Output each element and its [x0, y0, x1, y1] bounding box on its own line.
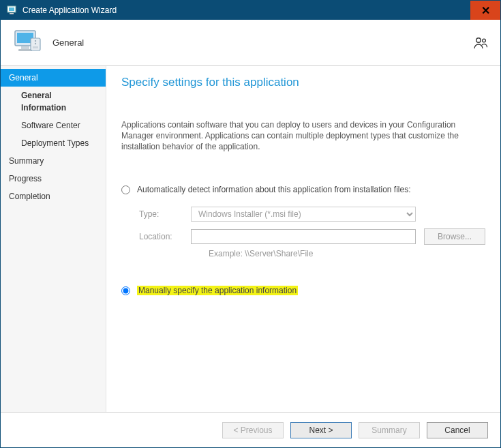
- cancel-button[interactable]: Cancel: [427, 422, 488, 438]
- radio-manual-label: Manually specify the application informa…: [137, 286, 298, 295]
- location-input[interactable]: [191, 229, 416, 244]
- location-example: Example: \\Server\Share\File: [209, 249, 485, 258]
- step-progress[interactable]: Progress: [1, 170, 106, 188]
- radio-manual[interactable]: [121, 286, 130, 295]
- svg-point-8: [35, 40, 36, 42]
- wizard-window: Create Application Wizard ✕ General: [0, 0, 501, 448]
- type-label: Type:: [139, 209, 191, 219]
- substep-general-information[interactable]: General Information: [1, 87, 106, 117]
- content-title: Specify settings for this application: [121, 76, 485, 89]
- window-title: Create Application Wizard: [22, 5, 470, 15]
- close-button[interactable]: ✕: [470, 1, 500, 20]
- svg-point-12: [483, 39, 486, 42]
- substep-deployment-types[interactable]: Deployment Types: [1, 134, 106, 152]
- radio-auto-label: Automatically detect information about t…: [137, 185, 411, 194]
- app-icon: [6, 5, 17, 16]
- summary-button[interactable]: Summary: [359, 422, 420, 438]
- svg-rect-2: [10, 13, 14, 14]
- svg-rect-6: [18, 49, 32, 51]
- location-label: Location:: [139, 232, 191, 241]
- previous-button[interactable]: < Previous: [222, 422, 284, 438]
- svg-rect-10: [33, 46, 38, 48]
- svg-point-9: [35, 43, 36, 44]
- users-icon[interactable]: [473, 36, 488, 50]
- radio-auto-row[interactable]: Automatically detect information about t…: [121, 185, 485, 194]
- wizard-content: Specify settings for this application Ap…: [106, 66, 500, 412]
- svg-rect-5: [21, 46, 29, 49]
- titlebar: Create Application Wizard ✕: [1, 1, 500, 20]
- svg-rect-1: [9, 8, 14, 11]
- browse-button[interactable]: Browse...: [424, 228, 485, 245]
- wizard-sidebar: General General Information Software Cen…: [1, 66, 106, 412]
- radio-auto[interactable]: [121, 185, 130, 194]
- type-select[interactable]: Windows Installer (*.msi file): [191, 207, 416, 222]
- intro-text: Applications contain software that you c…: [121, 119, 485, 152]
- monitor-icon: [13, 29, 42, 57]
- close-icon: ✕: [481, 4, 490, 17]
- wizard-footer: < Previous Next > Summary Cancel: [1, 412, 500, 447]
- wizard-body: General General Information Software Cen…: [1, 66, 500, 412]
- substep-software-center[interactable]: Software Center: [1, 117, 106, 134]
- step-completion[interactable]: Completion: [1, 188, 106, 205]
- page-heading: General: [52, 38, 84, 48]
- svg-point-11: [476, 38, 481, 42]
- step-summary[interactable]: Summary: [1, 152, 106, 170]
- radio-manual-row[interactable]: Manually specify the application informa…: [121, 286, 485, 295]
- wizard-header: General: [1, 20, 500, 66]
- auto-form: Type: Windows Installer (*.msi file) Loc…: [139, 207, 485, 258]
- next-button[interactable]: Next >: [290, 422, 352, 438]
- step-general[interactable]: General: [1, 69, 106, 87]
